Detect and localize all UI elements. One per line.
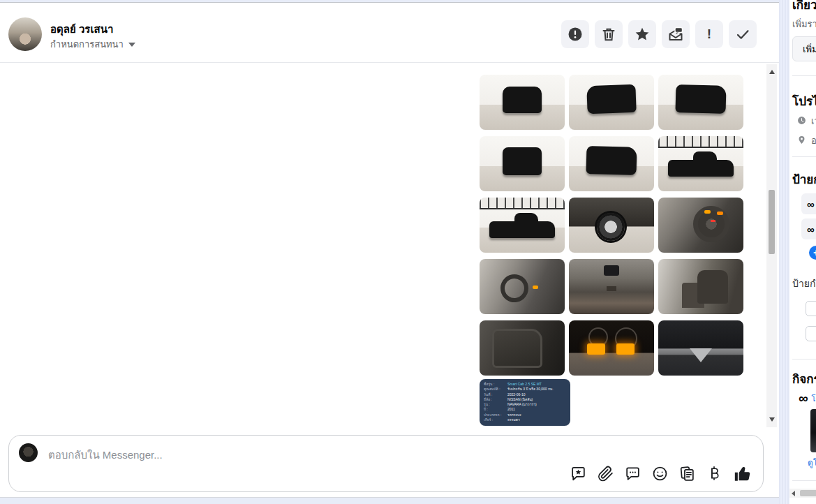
local-time-row: เวลาท้องถิ่น [797,114,816,128]
baht-icon [706,465,723,484]
exclamation-icon: ! [707,27,711,42]
meta-logo-icon: ∞ [807,223,815,235]
business-suite-inbox: อดุลย์ วรเสนา กำหนดการสนทนา [0,0,816,504]
important-button[interactable]: ! [695,20,723,48]
photo-subject [690,348,712,362]
reply-input[interactable]: ตอบกลับใน Messenger... [48,447,163,464]
activity-source-row: ∞ โฆษณา [799,391,816,406]
about-hint: เพิ่มรายละเอียด [792,17,816,31]
horizontal-scrollbar-thumb[interactable] [800,490,816,496]
photo-dashboard-center[interactable] [569,259,654,314]
add-details-button[interactable]: เพิ่ม [792,36,816,61]
delete-button[interactable] [595,20,623,48]
photo-truck-side-warehouse[interactable] [658,136,743,191]
payment-button[interactable] [706,465,723,484]
activity-section-title: กิจกรรม [792,369,816,388]
spec-row: เกียร์ :ธรรมดา [484,417,566,422]
spec-row: ปี :2011 [484,407,566,412]
photo-truck-front[interactable] [480,75,565,130]
scroll-down-arrow-icon[interactable] [769,417,775,422]
location-pin-icon [797,135,806,147]
tag-checkbox[interactable] [806,326,816,341]
profile-section-title: โปรไฟล์ [792,91,816,110]
photo-steering-wheel[interactable] [658,198,743,253]
contact-name: อดุลย์ วรเสนา [50,21,113,38]
location-row: อยู่ที่ [797,133,816,148]
star-button[interactable] [628,20,656,48]
photo-engine-bay[interactable] [658,320,743,376]
photo-truck-rear-quarter-left[interactable] [569,136,654,191]
reply-composer[interactable]: ตอบกลับใน Messenger... [8,435,764,492]
spec-row: ประเภทรถ :รถกระบะ [484,413,566,417]
quick-reply-button[interactable] [624,465,641,484]
location-label: อยู่ที่ [811,133,816,148]
circle-exclamation-icon [567,26,584,43]
local-time-label: เวลาท้องถิ่น [811,114,816,128]
spec-row: คุณสมบัติ :รับประกัน 3 ปี หรือ 30,000 กม… [484,387,566,392]
conversation-schedule-label: กำหนดการสนทนา [50,37,124,52]
contact-avatar [8,17,42,51]
divider [792,156,816,157]
bubble-star-icon [570,465,587,484]
view-ad-link[interactable]: ดูโฆษณา [808,456,816,469]
photo-subject [604,265,619,276]
smiley-icon [651,465,669,484]
spec-row: ชื่อรุ่น :Smart Cab 2.5 SE MT [484,382,566,387]
header-action-toolbar: ! [561,20,757,48]
scroll-left-arrow-icon[interactable] [792,491,795,496]
report-spam-button[interactable] [561,20,589,48]
chat-scrollbar[interactable] [766,64,777,427]
photo-truck-front-quarter[interactable] [569,75,654,130]
like-button[interactable] [733,464,752,485]
photo-instrument-cluster[interactable] [569,320,654,376]
check-icon [734,26,751,43]
photo-door-panel[interactable] [480,320,565,376]
photo-truck-side-warehouse-2[interactable] [480,198,565,253]
photo-vehicle-spec-sheet[interactable]: ชื่อรุ่น :Smart Cab 2.5 SE MTคุณสมบัติ :… [480,379,570,426]
composer-toolbar [570,464,752,485]
mark-as-done-button[interactable] [729,20,757,48]
photo-dashboard-driver[interactable] [480,259,565,314]
ad-thumbnail[interactable] [810,409,816,452]
conversation-panel: อดุลย์ วรเสนา กำหนดการสนทนา [0,2,779,498]
tags-sub-label: ป้ายกำกับ [792,276,816,291]
tag-checkbox[interactable] [806,301,816,316]
saved-reply-button[interactable] [570,465,587,484]
photo-truck-rear-quarter-right[interactable] [658,75,743,130]
sidebar-horizontal-scrollbar[interactable] [789,489,816,498]
divider [792,480,816,481]
photo-subject [498,272,531,304]
bubble-dots-icon [624,465,641,484]
photo-subject [697,270,728,304]
photo-rear-seats[interactable] [658,259,743,314]
photo-front-wheel[interactable] [569,198,654,253]
panel-gap [779,0,789,504]
photo-truck-rear[interactable] [480,136,565,191]
photo-subject [588,327,608,347]
mail-bubble-icon [667,26,684,43]
photo-subject [492,329,542,368]
photo-subject [503,147,542,175]
add-tag-button[interactable]: + [809,246,816,260]
spec-row: วันที่ :2022-06-10 [484,392,566,397]
attach-file-button[interactable] [597,465,614,484]
conversation-header: อดุลย์ วรเสนา กำหนดการสนทนา [0,3,779,63]
details-sidebar: เกี่ยวกับ เพิ่มรายละเอียด เพิ่ม โปรไฟล์ … [789,0,816,504]
tag-chip[interactable]: ∞ [801,218,816,239]
chat-scrollbar-thumb[interactable] [769,190,775,254]
thumbs-up-icon [733,464,752,485]
mark-unread-button[interactable] [662,20,690,48]
conversation-schedule-dropdown[interactable]: กำหนดการสนทนา [50,37,135,52]
templates-button[interactable] [678,465,696,484]
meta-logo-icon: ∞ [799,391,808,406]
spec-row: ยี่ห้อ :NISSAN (นิสสัน) [484,397,566,402]
tag-chip[interactable]: ∞ [801,193,816,214]
photo-subject [586,84,636,114]
star-icon [634,26,651,43]
chevron-down-icon [128,43,135,47]
emoji-button[interactable] [651,465,669,484]
scroll-up-arrow-icon[interactable] [769,70,775,74]
photo-subject [489,221,555,238]
photo-subject [503,87,542,113]
about-section-title: เกี่ยวกับ [792,0,816,14]
